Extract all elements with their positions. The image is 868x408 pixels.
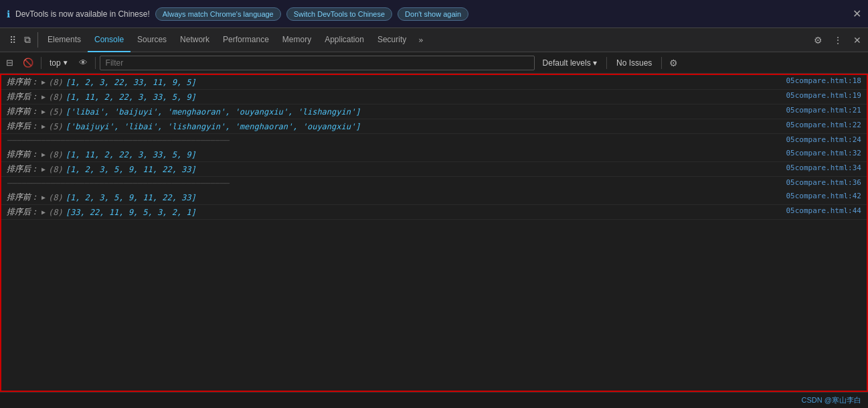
row-content: 排序后： ▶ (8) [1, 2, 3, 5, 9, 11, 22, 33] — [7, 163, 786, 175]
footer-brand: CSDN @寒山李白 — [802, 396, 861, 404]
tab-elements[interactable]: Elements — [41, 28, 88, 52]
row-count: (8) — [48, 78, 63, 87]
context-label: top — [50, 58, 61, 68]
table-row: 排序后： ▶ (8) [33, 22, 11, 9, 5, 3, 2, 1] 0… — [1, 205, 867, 220]
switch-chinese-button[interactable]: Switch DevTools to Chinese — [286, 7, 392, 21]
source-link[interactable]: 05compare.html:32 — [786, 149, 861, 157]
row-content: 排序前： ▶ (5) ['libai', 'baijuyi', 'menghao… — [7, 106, 786, 117]
table-row: ————————————————————————————————————————… — [1, 177, 867, 190]
expand-triangle[interactable]: ▶ — [41, 123, 46, 130]
clear-console-button[interactable]: 🚫 — [19, 56, 37, 70]
row-array: [1, 2, 3, 5, 9, 11, 22, 33] — [66, 165, 196, 174]
filter-input[interactable] — [100, 56, 535, 70]
row-array: [1, 11, 2, 22, 3, 33, 5, 9] — [66, 92, 196, 102]
context-selector[interactable]: top ▼ — [46, 57, 73, 69]
sidebar-toggle-button[interactable]: ⊟ — [3, 56, 17, 70]
dont-show-button[interactable]: Don't show again — [398, 7, 468, 21]
row-content: ————————————————————————————————————————… — [7, 178, 786, 188]
source-link[interactable]: 05compare.html:24 — [786, 135, 861, 144]
tab-right-actions: ⚙ ⋮ ✕ — [810, 32, 865, 48]
row-label: 排序后： — [7, 163, 39, 175]
expand-triangle[interactable]: ▶ — [41, 208, 46, 216]
row-array: ['libai', 'baijuyi', 'menghaoran', 'ouya… — [66, 107, 361, 117]
row-array: [1, 2, 3, 22, 33, 11, 9, 5] — [66, 78, 196, 87]
eye-button[interactable]: 👁 — [76, 56, 91, 70]
match-language-button[interactable]: Always match Chrome's language — [155, 7, 281, 21]
devtools-icons: ⠿ ⧉ — [3, 32, 38, 48]
tab-performance[interactable]: Performance — [216, 28, 276, 52]
row-content: ————————————————————————————————————————… — [7, 135, 786, 145]
source-link[interactable]: 05compare.html:21 — [786, 106, 861, 115]
tab-network[interactable]: Network — [173, 28, 216, 52]
console-settings-button[interactable]: ⚙ — [666, 56, 681, 70]
tab-sources[interactable]: Sources — [131, 28, 173, 52]
info-icon: ℹ — [7, 9, 10, 19]
table-row: 排序前： ▶ (8) [1, 2, 3, 5, 9, 11, 22, 33] 0… — [1, 190, 867, 205]
row-array: ['baijuyi', 'libai', 'lishangyin', 'meng… — [66, 122, 361, 131]
footer: CSDN @寒山李白 — [0, 392, 868, 408]
table-row: ————————————————————————————————————————… — [1, 134, 867, 147]
row-array: [1, 2, 3, 5, 9, 11, 22, 33] — [66, 193, 196, 202]
row-label: 排序前： — [7, 76, 39, 88]
expand-triangle[interactable]: ▶ — [41, 93, 46, 100]
tab-bar: ⠿ ⧉ Elements Console Sources Network Per… — [0, 28, 868, 52]
row-count: (8) — [48, 165, 63, 174]
info-bar: ℹ DevTools is now available in Chinese! … — [0, 0, 868, 28]
devtools-icon-2[interactable]: ⧉ — [21, 32, 33, 48]
row-label: 排序前： — [7, 192, 39, 203]
row-count: (5) — [48, 107, 63, 117]
row-content: 排序后： ▶ (8) [1, 11, 2, 22, 3, 33, 5, 9] — [7, 91, 786, 103]
default-levels-button[interactable]: Default levels ▾ — [537, 56, 602, 70]
tab-console[interactable]: Console — [88, 28, 131, 52]
tab-memory[interactable]: Memory — [276, 28, 318, 52]
source-link[interactable]: 05compare.html:44 — [786, 206, 861, 215]
console-output: 排序前： ▶ (8) [1, 2, 3, 22, 33, 11, 9, 5] 0… — [0, 74, 868, 392]
row-content: 排序前： ▶ (8) [1, 2, 3, 22, 33, 11, 9, 5] — [7, 76, 786, 88]
expand-triangle[interactable]: ▶ — [41, 151, 46, 158]
expand-triangle[interactable]: ▶ — [41, 78, 46, 86]
row-count: (8) — [48, 150, 63, 159]
row-label: 排序前： — [7, 106, 39, 117]
source-link[interactable]: 05compare.html:42 — [786, 192, 861, 200]
toolbar-divider-1 — [41, 57, 41, 69]
tab-application[interactable]: Application — [318, 28, 371, 52]
row-count: (8) — [48, 208, 63, 217]
row-count: (5) — [48, 122, 63, 131]
devtools-icon-1[interactable]: ⠿ — [7, 33, 19, 48]
context-arrow: ▼ — [62, 59, 69, 66]
table-row: 排序前： ▶ (5) ['libai', 'baijuyi', 'menghao… — [1, 105, 867, 119]
toolbar-divider-2 — [95, 57, 96, 69]
footer-text: CSDN @寒山李白 — [802, 395, 861, 405]
source-link[interactable]: 05compare.html:36 — [786, 178, 861, 187]
expand-triangle[interactable]: ▶ — [41, 108, 46, 115]
row-count: (8) — [48, 193, 63, 202]
no-issues-button[interactable]: No Issues — [611, 56, 657, 70]
source-link[interactable]: 05compare.html:22 — [786, 121, 861, 129]
console-toolbar: ⊟ 🚫 top ▼ 👁 Default levels ▾ No Issues ⚙ — [0, 52, 868, 74]
expand-triangle[interactable]: ▶ — [41, 194, 46, 201]
settings-button[interactable]: ⚙ — [810, 32, 827, 48]
row-content: 排序前： ▶ (8) [1, 2, 3, 5, 9, 11, 22, 33] — [7, 192, 786, 203]
row-content: 排序前： ▶ (8) [1, 11, 2, 22, 3, 33, 5, 9] — [7, 149, 786, 160]
source-link[interactable]: 05compare.html:19 — [786, 91, 861, 100]
close-devtools-button[interactable]: ✕ — [849, 32, 865, 48]
table-row: 排序前： ▶ (8) [1, 2, 3, 22, 33, 11, 9, 5] 0… — [1, 75, 867, 90]
info-text: DevTools is now available in Chinese! — [15, 9, 150, 19]
row-array: [33, 22, 11, 9, 5, 3, 2, 1] — [66, 208, 196, 217]
source-link[interactable]: 05compare.html:18 — [786, 76, 861, 85]
row-content: 排序后： ▶ (8) [33, 22, 11, 9, 5, 3, 2, 1] — [7, 206, 786, 218]
separator-text: ————————————————————————————————————————… — [7, 178, 229, 188]
expand-triangle[interactable]: ▶ — [41, 165, 46, 173]
table-row: 排序后： ▶ (8) [1, 2, 3, 5, 9, 11, 22, 33] 0… — [1, 162, 867, 177]
tab-security[interactable]: Security — [371, 28, 413, 52]
close-infobar-button[interactable]: ✕ — [853, 7, 861, 20]
menu-button[interactable]: ⋮ — [829, 32, 847, 48]
toolbar-divider-4 — [661, 57, 662, 69]
table-row: 排序后： ▶ (8) [1, 11, 2, 22, 3, 33, 5, 9] 0… — [1, 90, 867, 105]
toolbar-divider-3 — [606, 57, 607, 69]
table-row: 排序前： ▶ (8) [1, 11, 2, 22, 3, 33, 5, 9] 0… — [1, 147, 867, 162]
more-tabs-button[interactable]: » — [413, 31, 428, 49]
source-link[interactable]: 05compare.html:34 — [786, 163, 861, 172]
separator-text: ————————————————————————————————————————… — [7, 135, 229, 145]
table-row: 排序后： ▶ (5) ['baijuyi', 'libai', 'lishang… — [1, 119, 867, 134]
